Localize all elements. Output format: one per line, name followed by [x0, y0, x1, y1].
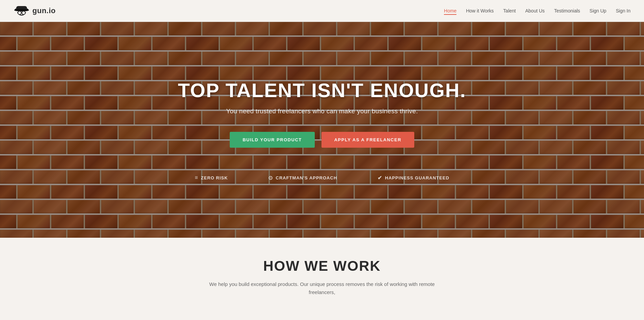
feature-happiness: ✔ HAPPINESS GUARANTEED	[377, 175, 449, 181]
nav-link-signin[interactable]: Sign In	[616, 8, 631, 13]
craftsman-label: CRAFTMAN'S APPROACH	[276, 175, 337, 180]
nav-link-home[interactable]: Home	[444, 8, 456, 15]
nav-item-home[interactable]: Home	[444, 8, 456, 14]
brand-logo-icon	[13, 3, 30, 19]
craftsman-icon: ⊙	[268, 175, 273, 181]
hero-title: TOP TALENT ISN'T ENOUGH.	[178, 79, 466, 101]
feature-zero-risk: ≡ ZERO RISK	[195, 175, 228, 181]
zero-risk-icon: ≡	[195, 175, 198, 181]
nav-item-about[interactable]: About Us	[525, 8, 545, 14]
build-product-button[interactable]: BUILD YOUR PRODUCT	[230, 132, 315, 148]
hero-subtitle: You need trusted freelancers who can mak…	[178, 108, 466, 115]
happiness-icon: ✔	[377, 175, 382, 181]
nav-item-how[interactable]: How it Works	[466, 8, 494, 14]
nav-link-how[interactable]: How it Works	[466, 8, 494, 13]
nav-item-testimonials[interactable]: Testimonials	[554, 8, 580, 14]
hero-section: TOP TALENT ISN'T ENOUGH. You need truste…	[0, 22, 644, 238]
hero-buttons: BUILD YOUR PRODUCT APPLY AS A FREELANCER	[178, 132, 466, 148]
nav-item-signin[interactable]: Sign In	[616, 8, 631, 14]
how-subtitle: We help you build exceptional products. …	[204, 280, 440, 296]
happiness-label: HAPPINESS GUARANTEED	[385, 175, 449, 180]
nav-link-talent[interactable]: Talent	[503, 8, 516, 13]
zero-risk-label: ZERO RISK	[201, 175, 228, 180]
hero-content: TOP TALENT ISN'T ENOUGH. You need truste…	[178, 79, 466, 181]
svg-line-6	[17, 12, 18, 13]
hero-features: ≡ ZERO RISK ⊙ CRAFTMAN'S APPROACH ✔ HAPP…	[178, 175, 466, 181]
nav-link-testimonials[interactable]: Testimonials	[554, 8, 580, 13]
how-section: HOW WE WORK We help you build exceptiona…	[0, 238, 644, 310]
apply-freelancer-button[interactable]: APPLY AS A FREELANCER	[321, 132, 414, 148]
svg-point-4	[22, 11, 25, 14]
feature-craftsman: ⊙ CRAFTMAN'S APPROACH	[268, 175, 337, 181]
brand[interactable]: gun.io	[13, 3, 56, 19]
navbar: gun.io Home How it Works Talent About Us…	[0, 0, 644, 22]
brand-name: gun.io	[32, 6, 56, 15]
main-nav: Home How it Works Talent About Us Testim…	[444, 8, 631, 14]
svg-point-2	[14, 9, 29, 11]
how-title: HOW WE WORK	[13, 258, 631, 274]
nav-item-talent[interactable]: Talent	[503, 8, 516, 14]
nav-item-signup[interactable]: Sign Up	[590, 8, 607, 14]
svg-line-7	[25, 12, 26, 13]
nav-link-signup[interactable]: Sign Up	[590, 8, 607, 13]
nav-link-about[interactable]: About Us	[525, 8, 545, 13]
svg-point-3	[18, 11, 21, 14]
